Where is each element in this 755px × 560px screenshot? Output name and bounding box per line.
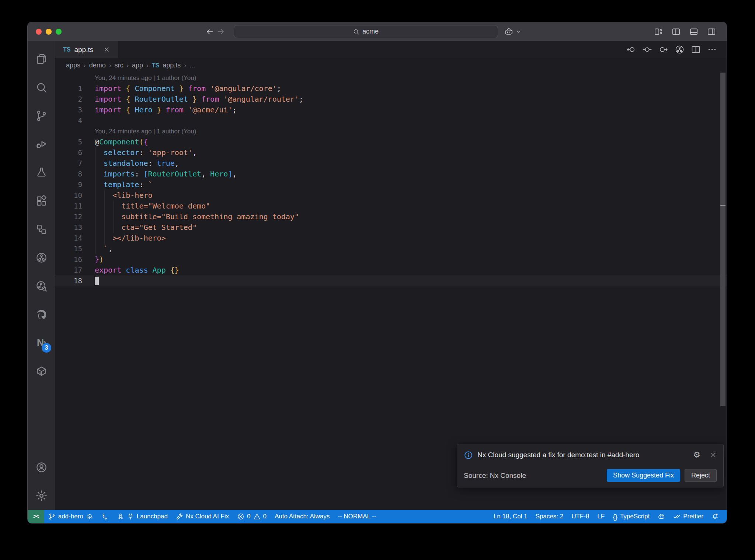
gitlens-annotations-button[interactable]	[642, 45, 652, 55]
breadcrumb-item-demo[interactable]: demo	[89, 62, 106, 69]
statusbar-launchpad[interactable]: Launchpad	[113, 510, 172, 523]
close-window-button[interactable]	[36, 29, 42, 35]
command-center-search[interactable]: acme	[234, 25, 498, 38]
beaker-icon	[35, 167, 48, 179]
close-tab-icon[interactable]	[104, 46, 110, 53]
code-line[interactable]: 11 title="Welcmoe demo"	[55, 201, 727, 211]
copilot-menu[interactable]	[504, 27, 522, 36]
toggle-secondary-sidebar-button[interactable]	[707, 27, 716, 36]
statusbar-notifications-bell[interactable]	[707, 510, 723, 523]
gitlens-previous-change-button[interactable]	[626, 45, 636, 55]
statusbar-cursor-position[interactable]: Ln 18, Col 1	[490, 510, 532, 523]
statusbar-vim-mode[interactable]: -- NORMAL --	[334, 510, 380, 523]
code-line[interactable]: 3import { Hero } from '@acme/ui';	[55, 105, 727, 115]
customize-layout-button[interactable]	[654, 27, 663, 36]
tab-app-ts[interactable]: TS app.ts	[55, 41, 118, 58]
code-line-content: })	[95, 254, 104, 265]
breadcrumb-item-more[interactable]: ...	[189, 62, 195, 69]
statusbar-indentation[interactable]: Spaces: 2	[532, 510, 568, 523]
breadcrumb-item-apps[interactable]: apps	[66, 62, 80, 69]
code-line[interactable]: 6 selector: 'app-root',	[55, 147, 727, 158]
code-line-content: cta="Get Started"	[95, 222, 197, 233]
statusbar-auto-attach[interactable]: Auto Attach: Always	[271, 510, 334, 523]
sidebar-item-containers[interactable]	[28, 357, 55, 385]
line-number: 7	[55, 158, 82, 169]
sidebar-item-edge-tools[interactable]	[28, 300, 55, 329]
code-line[interactable]: 2import { RouterOutlet } from '@angular/…	[55, 94, 727, 105]
breadcrumb-item-file[interactable]: app.ts	[163, 62, 181, 69]
statusbar-formatter[interactable]: Prettier	[669, 510, 707, 523]
git-blame-annotation: You, 24 minutes ago | 1 author (You)	[95, 73, 196, 83]
breadcrumb-item-src[interactable]: src	[114, 62, 123, 69]
code-line-content: export class App {}	[95, 265, 179, 276]
sidebar-item-search[interactable]	[28, 73, 55, 102]
sidebar-item-settings[interactable]	[28, 482, 55, 510]
sidebar-item-run-and-debug[interactable]	[28, 130, 55, 158]
close-notification-icon[interactable]	[710, 452, 717, 458]
code-line-content: subtitle="Build something amazing today"	[95, 211, 299, 222]
statusbar-nx-cloud-ai-fix[interactable]: Nx Cloud AI Fix	[172, 510, 233, 523]
reject-button[interactable]: Reject	[685, 469, 717, 482]
code-line[interactable]: 7 standalone: true,	[55, 158, 727, 169]
code-line[interactable]: 13 cta="Get Started"	[55, 222, 727, 233]
nx-run-target-button[interactable]	[675, 45, 685, 55]
error-icon	[237, 513, 244, 520]
account-icon	[35, 461, 48, 473]
code-line[interactable]: 14 ></lib-hero>	[55, 233, 727, 244]
show-suggested-fix-button[interactable]: Show Suggested Fix	[607, 469, 680, 482]
sidebar-item-nx-cloud[interactable]	[28, 272, 55, 300]
sidebar-item-extensions[interactable]	[28, 187, 55, 215]
line-number: 13	[55, 222, 82, 233]
statusbar-text: Ln 18, Col 1	[494, 513, 528, 520]
code-line[interactable]: 5@Component({	[55, 137, 727, 147]
code-line[interactable]: 18	[55, 276, 727, 286]
breadcrumb-item-app[interactable]: app	[132, 62, 143, 69]
scrollbar-thumb[interactable]	[720, 73, 726, 406]
statusbar-copilot-status[interactable]	[654, 510, 669, 523]
sidebar-item-source-control[interactable]	[28, 102, 55, 130]
statusbar-text: -- NORMAL --	[338, 513, 376, 520]
code-line[interactable]: 12 subtitle="Build something amazing tod…	[55, 211, 727, 222]
code-line[interactable]: 17export class App {}	[55, 265, 727, 276]
code-line[interactable]: 9 template: `	[55, 179, 727, 190]
code-line[interactable]: 4	[55, 115, 727, 126]
statusbar-eol[interactable]: LF	[593, 510, 609, 523]
notification-settings-icon[interactable]: ⚙	[693, 450, 700, 460]
sidebar-item-explorer[interactable]	[28, 45, 55, 73]
code-line[interactable]: 16})	[55, 254, 727, 265]
git-branch-icon	[48, 513, 56, 520]
sidebar-item-testing[interactable]	[28, 158, 55, 187]
zoom-window-button[interactable]	[56, 29, 62, 35]
nav-forward-button[interactable]	[215, 26, 226, 37]
gitlens-next-change-button[interactable]	[658, 45, 668, 55]
sidebar-item-project-graph[interactable]	[28, 215, 55, 244]
statusbar-commit-graph[interactable]	[97, 510, 113, 523]
more-actions-button[interactable]	[707, 45, 717, 55]
code-line-content: <lib-hero	[95, 190, 153, 201]
copilot-icon	[658, 513, 665, 520]
sidebar-item-nx[interactable]: N›3	[28, 329, 55, 357]
statusbar-language-mode[interactable]: {}TypeScript	[609, 510, 654, 523]
statusbar-remote-indicator[interactable]: ><	[28, 510, 44, 523]
debug-icon	[35, 138, 48, 150]
code-line[interactable]: 15 `,	[55, 244, 727, 254]
split-editor-button[interactable]	[691, 45, 701, 55]
typescript-file-icon: TS	[152, 62, 159, 69]
toggle-primary-sidebar-button[interactable]	[671, 27, 681, 36]
sidebar-item-nx-console[interactable]	[28, 244, 55, 272]
window-controls	[28, 29, 72, 35]
statusbar-encoding[interactable]: UTF-8	[567, 510, 593, 523]
sidebar-item-accounts[interactable]	[28, 453, 55, 482]
code-line[interactable]: 8 imports: [RouterOutlet, Hero],	[55, 169, 727, 179]
box-icon	[35, 365, 48, 377]
code-line-content: `,	[95, 244, 112, 254]
statusbar-problems[interactable]: 00	[233, 510, 271, 523]
code-line[interactable]: 1import { Component } from '@angular/cor…	[55, 83, 727, 94]
minimize-window-button[interactable]	[46, 29, 52, 35]
statusbar-git-branch[interactable]: add-hero	[44, 510, 97, 523]
code-line[interactable]: 10 <lib-hero	[55, 190, 727, 201]
line-number: 3	[55, 105, 82, 115]
line-number: 11	[55, 201, 82, 211]
toggle-panel-button[interactable]	[689, 27, 699, 36]
nav-back-button[interactable]	[204, 26, 215, 37]
